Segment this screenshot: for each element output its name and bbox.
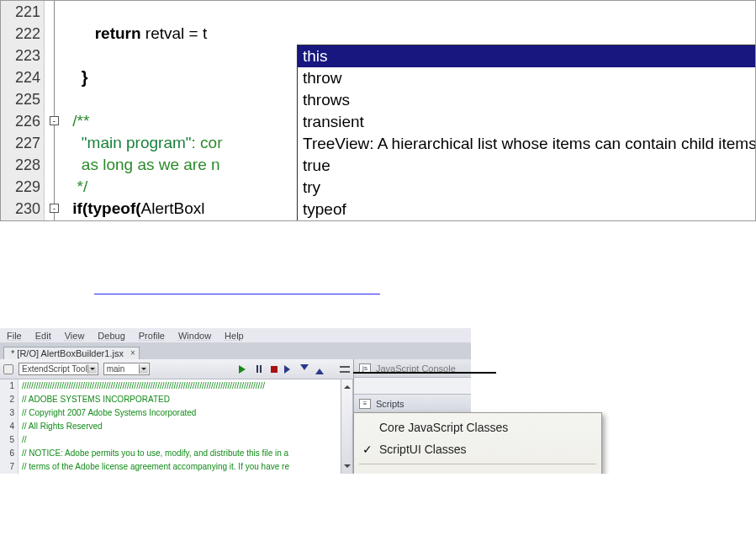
scripts-icon: ≡ <box>359 399 371 409</box>
scripts-panel-header[interactable]: ≡ Scripts <box>354 395 471 413</box>
fold-toggle-icon[interactable]: - <box>50 116 59 125</box>
menu-profile[interactable]: Profile <box>139 331 165 341</box>
link-icon[interactable] <box>3 364 13 374</box>
autocomplete-item[interactable]: this <box>298 45 756 67</box>
flyout-context-menu[interactable]: Core JavaScript Classes ScriptUI Classes… <box>353 412 602 474</box>
step-out-icon <box>315 364 324 374</box>
pause-icon <box>256 365 262 373</box>
mini-line-gutter: 1 2 3 4 5 6 7 <box>0 379 19 474</box>
line-number: 228 <box>6 154 40 176</box>
fold-toggle-icon[interactable]: - <box>50 204 59 213</box>
line-number: 7 <box>0 460 14 474</box>
scripts-panel-label: Scripts <box>376 399 404 409</box>
code-comment: /** <box>72 112 89 130</box>
console-panel-header[interactable]: js JavaScript Console <box>354 359 471 378</box>
autocomplete-item[interactable]: transient <box>298 111 756 133</box>
divider-line <box>94 294 380 294</box>
menu-item-alertboxbuilder1[interactable]: AlertBoxBuilder1 <box>354 468 601 474</box>
line-number-gutter: 221 222 223 224 225 226 227 228 229 230 <box>1 1 45 220</box>
callout-line <box>353 372 496 374</box>
scroll-up-icon[interactable] <box>344 382 351 389</box>
code-editor-top: 221 222 223 224 225 226 227 228 229 230 … <box>0 0 756 221</box>
flyout-menu-icon[interactable] <box>340 364 350 374</box>
menu-window[interactable]: Window <box>178 331 211 341</box>
menubar[interactable]: File Edit View Debug Profile Window Help <box>0 328 471 342</box>
code-comment: as long as we are n <box>68 156 220 173</box>
line-number: 230 <box>6 198 40 220</box>
line-number: 1 <box>0 379 14 393</box>
code-comment: */ <box>77 178 88 195</box>
autocomplete-popup[interactable]: this throw throws transient TreeView: A … <box>297 45 756 221</box>
line-number: 225 <box>6 88 40 110</box>
run-button[interactable] <box>239 364 249 374</box>
autocomplete-item[interactable]: typeof <box>298 199 756 220</box>
step-out-button[interactable] <box>315 364 325 374</box>
pause-button[interactable] <box>254 364 264 374</box>
menu-item-core-js-classes[interactable]: Core JavaScript Classes <box>354 416 601 438</box>
code-line: ////////////////////////////////////////… <box>22 379 341 393</box>
autocomplete-item[interactable]: TreeView: A hierarchical list whose item… <box>298 133 756 155</box>
code-brace: } <box>82 68 88 87</box>
vertical-scrollbar[interactable] <box>341 379 352 474</box>
code-comment: : cor <box>192 134 223 151</box>
tab-label: * [R/O] AlertBoxBuilder1.jsx <box>11 348 124 358</box>
line-number: 222 <box>6 23 40 45</box>
menu-help[interactable]: Help <box>225 331 244 341</box>
code-line: // Copyright 2007 Adobe Systems Incorpor… <box>22 406 341 420</box>
target-app-dropdown[interactable]: ExtendScript Tool <box>19 363 98 375</box>
step-into-button[interactable] <box>299 364 309 374</box>
autocomplete-item[interactable]: throw <box>298 67 756 89</box>
stop-button[interactable] <box>269 364 279 374</box>
line-number: 224 <box>6 66 40 88</box>
menu-edit[interactable]: Edit <box>35 331 51 341</box>
menu-debug[interactable]: Debug <box>98 331 124 341</box>
document-tab[interactable]: * [R/O] AlertBoxBuilder1.jsx × <box>3 347 140 359</box>
editor-toolbar: ExtendScript Tool main <box>0 359 353 379</box>
document-tab-bar: * [R/O] AlertBoxBuilder1.jsx × <box>0 342 471 359</box>
menu-view[interactable]: View <box>65 331 85 341</box>
code-keyword: return <box>95 24 141 42</box>
code-keyword: if(typeof( <box>72 199 140 217</box>
play-icon <box>239 365 250 374</box>
line-number: 221 <box>6 1 40 23</box>
code-area[interactable]: return retval = t } /** "main program": … <box>65 1 755 220</box>
line-number: 226 <box>6 110 40 132</box>
code-line: // <box>22 433 341 447</box>
line-number: 2 <box>0 393 14 406</box>
fold-column: - - <box>45 1 65 220</box>
ide-window: File Edit View Debug Profile Window Help… <box>0 328 471 474</box>
code-line: // terms of the Adobe license agreement … <box>22 460 341 474</box>
code-text: retval = t <box>141 24 208 42</box>
line-number: 3 <box>0 406 14 420</box>
line-number: 229 <box>6 176 40 198</box>
autocomplete-item[interactable]: try <box>298 177 756 199</box>
line-number: 6 <box>0 447 14 460</box>
scroll-down-icon[interactable] <box>344 464 351 471</box>
menu-item-scriptui-classes[interactable]: ScriptUI Classes <box>354 438 601 460</box>
menu-file[interactable]: File <box>7 331 22 341</box>
line-number: 223 <box>6 45 40 66</box>
autocomplete-item[interactable]: true <box>298 155 756 177</box>
close-icon[interactable]: × <box>130 348 135 358</box>
step-over-icon <box>284 365 294 374</box>
menu-separator <box>359 464 596 464</box>
code-line: // ADOBE SYSTEMS INCORPORATED <box>22 393 341 406</box>
step-into-icon <box>300 364 309 374</box>
mini-code-area[interactable]: ////////////////////////////////////////… <box>19 379 341 474</box>
step-over-button[interactable] <box>284 364 294 374</box>
autocomplete-item[interactable]: throws <box>298 89 756 111</box>
line-number: 4 <box>0 420 14 433</box>
function-dropdown[interactable]: main <box>103 363 150 375</box>
line-number: 5 <box>0 433 14 447</box>
stop-icon <box>271 366 278 373</box>
code-text: AlertBoxl <box>141 199 205 217</box>
line-number: 227 <box>6 132 40 154</box>
code-string: "main program" <box>82 134 192 151</box>
editor-panel: ExtendScript Tool main 1 2 3 4 5 <box>0 359 353 474</box>
code-line: // NOTICE: Adobe permits you to use, mod… <box>22 447 341 460</box>
code-line: // All Rights Reserved <box>22 420 341 433</box>
